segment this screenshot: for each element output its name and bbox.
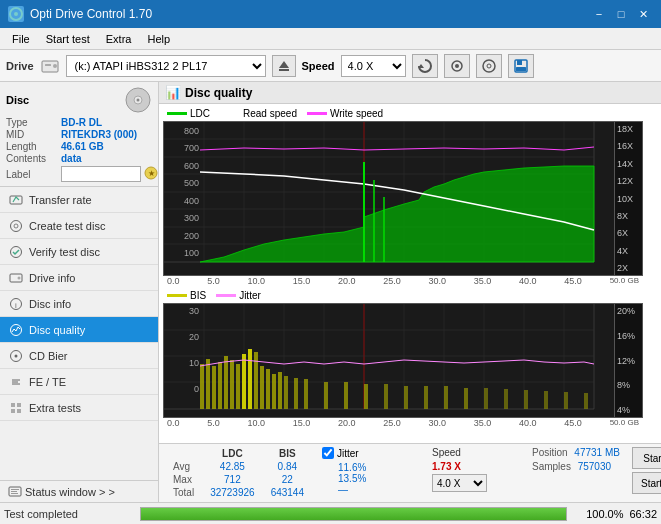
speed-select[interactable]: 4.0 X xyxy=(341,55,406,77)
jitter-column-header: Jitter xyxy=(337,448,359,459)
right-y-16pct: 16% xyxy=(617,331,640,341)
svg-text:400: 400 xyxy=(184,196,199,206)
app-icon xyxy=(8,6,24,22)
avg-bis-value: 0.84 xyxy=(263,460,312,473)
speed-col-header: Speed xyxy=(432,447,522,458)
position-value: 47731 MB xyxy=(574,447,620,458)
length-value: 46.61 GB xyxy=(61,141,104,152)
elapsed-time: 66:32 xyxy=(629,508,657,520)
status-window-button[interactable]: Status window > > xyxy=(0,480,158,502)
cd-bier-icon xyxy=(8,348,24,364)
top-legend: LDC Read speed Write speed xyxy=(163,106,661,121)
max-bis-value: 22 xyxy=(263,473,312,486)
write-speed-legend-label: Write speed xyxy=(330,108,383,119)
svg-rect-111 xyxy=(424,386,428,409)
sidebar-item-fe-te[interactable]: FE / TE xyxy=(0,369,158,395)
sidebar-item-drive-info[interactable]: Drive info xyxy=(0,265,158,291)
main-layout: Disc Type BD-R DL MID RITEKDR3 (000) Len… xyxy=(0,82,661,502)
titlebar-left: Opti Drive Control 1.70 xyxy=(8,6,152,22)
svg-rect-104 xyxy=(294,378,298,409)
read-speed-legend-label: Read speed xyxy=(243,108,297,119)
svg-rect-99 xyxy=(260,366,264,409)
svg-point-17 xyxy=(137,99,140,102)
progress-bar xyxy=(140,507,567,521)
minimize-button[interactable]: − xyxy=(589,5,609,23)
right-y-8x: 8X xyxy=(617,211,640,221)
start-full-button[interactable]: Start full xyxy=(632,447,661,469)
svg-rect-98 xyxy=(254,352,258,409)
max-row-label: Max xyxy=(165,473,202,486)
sidebar-item-create-test-disc[interactable]: Create test disc xyxy=(0,213,158,239)
svg-point-10 xyxy=(483,60,495,72)
svg-rect-94 xyxy=(230,360,234,409)
sidebar-item-transfer-rate[interactable]: Transfer rate xyxy=(0,187,158,213)
label-label: Label xyxy=(6,169,61,180)
start-part-button[interactable]: Start part xyxy=(632,472,661,494)
total-ldc-value: 32723926 xyxy=(202,486,263,499)
menu-start-test[interactable]: Start test xyxy=(38,31,98,47)
refresh-button[interactable] xyxy=(412,54,438,78)
svg-point-22 xyxy=(14,224,18,228)
quality-header-title: Disc quality xyxy=(185,86,252,100)
svg-point-11 xyxy=(487,64,491,68)
disc-quality-icon xyxy=(8,322,24,338)
svg-rect-93 xyxy=(224,356,228,409)
write-speed-legend-color xyxy=(307,112,327,115)
col-bis-header: BIS xyxy=(263,447,312,460)
drivebar: Drive (k:) ATAPI iHBS312 2 PL17 Speed 4.… xyxy=(0,50,661,82)
svg-rect-91 xyxy=(212,366,216,409)
right-y-12pct: 12% xyxy=(617,356,640,366)
svg-text:600: 600 xyxy=(184,161,199,171)
status-window-label: Status window > > xyxy=(25,486,115,498)
svg-rect-95 xyxy=(236,364,240,409)
sidebar-item-disc-quality[interactable]: Disc quality xyxy=(0,317,158,343)
action-buttons: Start full Start part xyxy=(632,447,661,494)
svg-rect-113 xyxy=(464,388,468,409)
right-y-2x: 2X xyxy=(617,263,640,273)
speed-section: Speed 1.73 X 4.0 X xyxy=(432,447,522,492)
svg-point-21 xyxy=(11,220,22,231)
svg-rect-114 xyxy=(484,388,488,409)
sidebar-item-cd-bier[interactable]: CD Bier xyxy=(0,343,158,369)
top-chart-x-axis: 0.05.010.015.020.025.030.035.040.045.050… xyxy=(163,276,643,286)
menu-file[interactable]: File xyxy=(4,31,38,47)
ldc-legend-color xyxy=(167,112,187,115)
svg-rect-105 xyxy=(304,379,308,409)
speed-label: Speed xyxy=(302,60,335,72)
menu-help[interactable]: Help xyxy=(139,31,178,47)
progress-percent: 100.0% xyxy=(573,508,623,520)
drive-icon xyxy=(40,56,60,76)
avg-speed-value: 1.73 X xyxy=(432,461,522,472)
menu-extra[interactable]: Extra xyxy=(98,31,140,47)
svg-marker-5 xyxy=(279,61,289,68)
status-window-icon xyxy=(8,485,22,499)
save-button[interactable] xyxy=(508,54,534,78)
transfer-rate-icon xyxy=(8,192,24,208)
drive-select[interactable]: (k:) ATAPI iHBS312 2 PL17 xyxy=(66,55,266,77)
right-y-4x: 4X xyxy=(617,246,640,256)
settings-button[interactable] xyxy=(444,54,470,78)
app-title: Opti Drive Control 1.70 xyxy=(30,7,152,21)
sidebar-item-verify-test-disc[interactable]: Verify test disc xyxy=(0,239,158,265)
create-test-disc-icon xyxy=(8,218,24,234)
label-input[interactable] xyxy=(61,166,141,182)
stats-area: LDC BIS Avg 42.85 0.84 Max 712 xyxy=(159,443,661,502)
maximize-button[interactable]: □ xyxy=(611,5,631,23)
result-speed-select[interactable]: 4.0 X xyxy=(432,474,487,492)
svg-rect-118 xyxy=(564,392,568,409)
eject-button[interactable] xyxy=(272,55,296,77)
svg-rect-13 xyxy=(517,60,522,65)
sidebar-item-disc-info[interactable]: i Disc info xyxy=(0,291,158,317)
svg-rect-107 xyxy=(344,382,348,409)
avg-row-label: Avg xyxy=(165,460,202,473)
right-y-14x: 14X xyxy=(617,159,640,169)
progress-bar-fill xyxy=(141,508,566,520)
sidebar-item-extra-tests[interactable]: Extra tests xyxy=(0,395,158,421)
right-y-4pct: 4% xyxy=(617,405,640,415)
type-label: Type xyxy=(6,117,61,128)
label-icon[interactable]: ★ xyxy=(144,166,158,182)
jitter-checkbox[interactable] xyxy=(322,447,334,459)
disc-icon-btn[interactable] xyxy=(476,54,502,78)
close-button[interactable]: ✕ xyxy=(633,5,653,23)
nav-container: Transfer rate Create test disc Verify te… xyxy=(0,187,158,421)
